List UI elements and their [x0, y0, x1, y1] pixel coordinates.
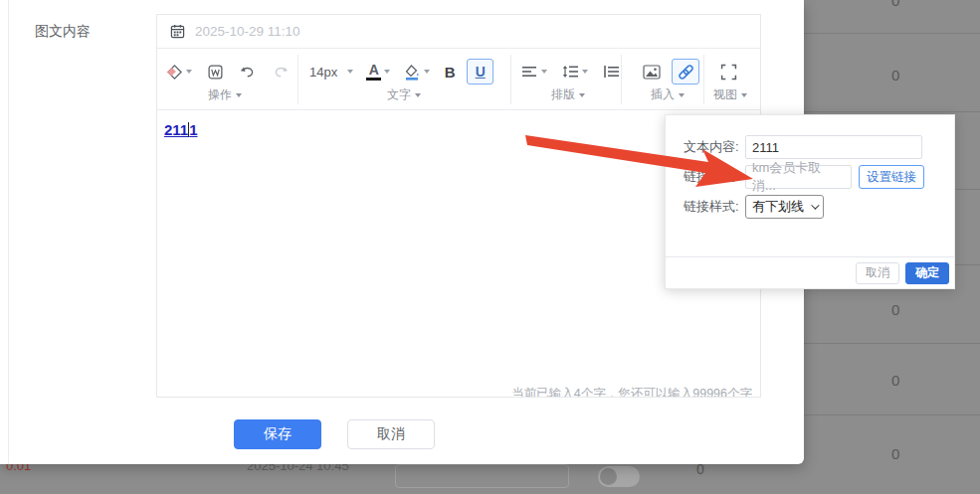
toggle-knob [600, 468, 617, 485]
set-link-button[interactable]: 设置链接 [859, 165, 924, 189]
toolbar-group-view [717, 57, 740, 86]
line-height-button[interactable] [559, 59, 591, 84]
bold-button[interactable]: B [440, 59, 460, 84]
align-button[interactable] [518, 59, 550, 84]
bg-row-divider [804, 414, 980, 415]
bg-cell-value: 0 [891, 372, 899, 389]
text-content-label: 文本内容: [684, 138, 745, 156]
toolbar-group-actions [163, 57, 293, 86]
fullscreen-button[interactable] [717, 59, 740, 84]
dropdown-caret-icon [415, 93, 421, 97]
bg-row-divider [804, 343, 980, 344]
toolbar-group-label[interactable]: 插入 [651, 86, 685, 103]
toolbar-group-label[interactable]: 排版 [551, 86, 585, 103]
font-color-swatch [366, 78, 381, 81]
link-url-input[interactable]: km会员卡取消... [745, 165, 852, 189]
bg-row-input[interactable] [395, 464, 569, 488]
toolbar-group-layout [518, 57, 623, 86]
popup-cancel-button[interactable]: 取消 [856, 262, 899, 284]
text-content-input[interactable]: 2111 [745, 135, 922, 159]
toolbar-group-insert [640, 57, 699, 86]
font-size-select[interactable]: 14px [306, 59, 356, 84]
link-url-label: 链接地址: [684, 168, 745, 186]
link-style-row: 链接样式: 有下划线 [684, 195, 824, 219]
link-style-select[interactable]: 有下划线 [745, 195, 824, 219]
save-button[interactable]: 保存 [234, 419, 321, 449]
dropdown-caret-icon [741, 93, 747, 97]
dropdown-caret-icon [236, 93, 242, 97]
dropdown-caret-icon [579, 93, 585, 97]
dropdown-caret-icon [582, 70, 588, 74]
background-color-button[interactable] [400, 59, 433, 84]
toolbar-divider [621, 55, 622, 104]
dialog-left-border [8, 0, 9, 464]
toolbar-divider [703, 55, 704, 104]
import-word-button[interactable] [204, 59, 227, 84]
datetime-value: 2025-10-29 11:10 [195, 24, 300, 39]
popup-confirm-button[interactable]: 确定 [905, 262, 949, 284]
text-content-row: 文本内容: 2111 [684, 135, 922, 159]
redo-button[interactable] [269, 59, 293, 84]
insert-image-button[interactable] [640, 59, 664, 84]
bg-cell-value: 0 [891, 67, 899, 83]
indent-button[interactable] [600, 59, 623, 84]
toolbar-divider [297, 55, 298, 104]
popup-footer: 取消 确定 [666, 256, 954, 288]
char-counter: 当前已输入4个字，您还可以输入99996个字 [511, 386, 752, 397]
format-brush-button[interactable] [163, 59, 195, 84]
bg-cell-value: 0 [891, 445, 899, 462]
dropdown-caret-icon [424, 70, 430, 74]
bg-row-toggle[interactable] [598, 466, 640, 487]
link-settings-popup: 文本内容: 2111 链接地址: km会员卡取消... 设置链接 链接样式: 有… [665, 114, 955, 289]
insert-link-button[interactable] [672, 59, 699, 84]
toolbar-group-text: 14px A B [306, 57, 493, 86]
bg-cell-value: 0 [891, 301, 899, 318]
datetime-picker[interactable]: 2025-10-29 11:10 [157, 15, 760, 49]
editor-toolbar: 操作 14px A [157, 49, 760, 110]
chevron-down-icon [811, 201, 819, 209]
dropdown-caret-icon [541, 70, 547, 74]
undo-button[interactable] [236, 59, 260, 84]
screen: 0 0 0 0 0 2025-10-24 10:45 0 0.01 图文内容 [0, 0, 980, 494]
link-style-label: 链接样式: [684, 198, 745, 216]
dropdown-caret-icon [347, 70, 353, 74]
dropdown-caret-icon [679, 93, 685, 97]
bg-cell-value: 0 [891, 0, 899, 9]
bg-row-divider [804, 111, 980, 112]
field-label: 图文内容 [35, 23, 91, 41]
underline-button[interactable]: U [467, 59, 493, 84]
dropdown-caret-icon [186, 70, 192, 74]
link-url-row: 链接地址: km会员卡取消... 设置链接 [684, 165, 924, 189]
dropdown-caret-icon [384, 70, 390, 74]
inline-link-text[interactable]: 2111 [164, 121, 198, 138]
toolbar-group-label[interactable]: 操作 [208, 86, 242, 103]
calendar-icon [170, 24, 185, 39]
font-color-button[interactable]: A [363, 59, 393, 84]
toolbar-group-label[interactable]: 视图 [713, 86, 747, 103]
cancel-button[interactable]: 取消 [347, 419, 435, 449]
toolbar-group-label[interactable]: 文字 [387, 86, 421, 103]
toolbar-divider [510, 55, 511, 104]
bg-row-divider [804, 33, 980, 34]
